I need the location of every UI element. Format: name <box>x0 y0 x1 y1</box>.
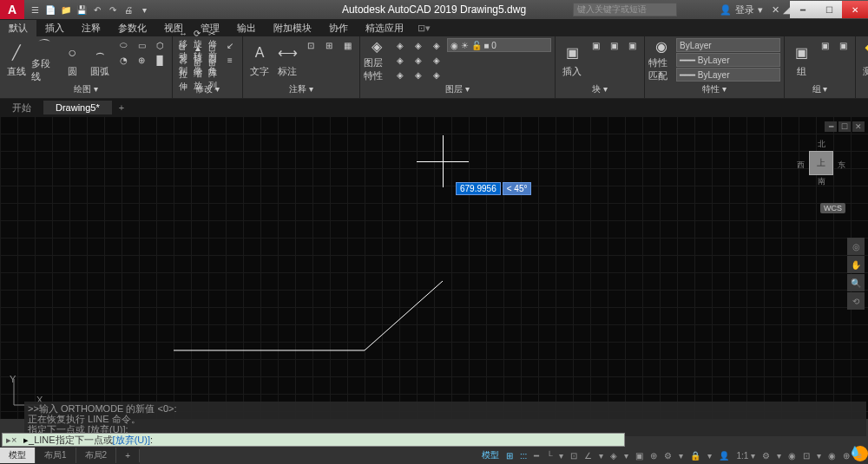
help-search-input[interactable]: 键入关键字或短语 <box>573 3 677 16</box>
ribbon-small-button[interactable]: ◈ <box>391 53 409 67</box>
property-combo[interactable]: ━━━ ByLayer <box>676 53 780 67</box>
panel-title[interactable]: 图层 ▾ <box>364 82 551 96</box>
ribbon-small-button[interactable]: ◈ <box>410 53 427 67</box>
status-toggle[interactable]: ▣ <box>633 449 646 462</box>
ribbon-small-button[interactable]: ⇔ 拉伸 <box>176 68 190 82</box>
status-toggle[interactable]: ⚙ <box>661 449 674 462</box>
viewcube-south[interactable]: 南 <box>818 176 825 187</box>
status-toggle[interactable]: ▾ <box>774 449 784 462</box>
status-toggle[interactable]: ⚙ <box>760 449 773 462</box>
command-line[interactable]: ▸× ▸_ LINE 指定下一点或 [放弃(U)] : <box>2 433 625 447</box>
ribbon-button[interactable]: ▣组 <box>788 38 814 82</box>
ribbon-small-button[interactable]: ≡ <box>221 53 239 67</box>
ribbon-button[interactable]: ⌒多段线 <box>31 38 57 82</box>
qat-redo-icon[interactable]: ↷ <box>106 3 120 16</box>
ribbon-small-button[interactable]: ▭ <box>133 38 150 52</box>
ribbon-button[interactable]: ○圆 <box>59 38 85 82</box>
ribbon-small-button[interactable]: ▣ <box>834 38 852 52</box>
start-tab[interactable]: 开始 <box>0 100 43 116</box>
ribbon-small-button[interactable]: ◈ <box>410 68 427 82</box>
nav-wheel-icon[interactable]: ◎ <box>847 238 865 255</box>
status-toggle[interactable]: 1:1 ▾ <box>733 449 758 462</box>
panel-title[interactable]: 特性 ▾ <box>648 82 780 96</box>
status-toggle[interactable]: ▾ <box>705 449 714 462</box>
panel-title[interactable]: 注释 ▾ <box>247 82 356 96</box>
property-combo[interactable]: ByLayer <box>676 38 780 52</box>
status-toggle[interactable]: ⊕ <box>648 449 660 462</box>
status-toggle[interactable]: ▾ <box>556 449 566 462</box>
status-toggle[interactable]: ◉ <box>786 449 799 462</box>
ribbon-button[interactable]: A文字 <box>247 38 273 82</box>
ribbon-small-button[interactable]: ◈ <box>428 53 445 67</box>
status-toggle[interactable]: ⊡ <box>800 449 812 462</box>
ribbon-small-button[interactable]: ◈ <box>428 38 445 52</box>
ribbon-button[interactable]: ⌢圆弧 <box>87 38 113 82</box>
panel-title[interactable]: 块 ▾ <box>559 82 641 96</box>
tab-collaborate[interactable]: 协作 <box>320 20 357 36</box>
app-logo[interactable]: A <box>0 0 24 19</box>
panel-title[interactable]: 绘图 ▾ <box>3 82 168 96</box>
tab-parametric[interactable]: 参数化 <box>109 20 155 36</box>
status-toggle[interactable]: ⊡ <box>568 449 580 462</box>
nav-pan-icon[interactable]: ✋ <box>847 256 865 273</box>
tab-featured[interactable]: 精选应用 <box>357 20 412 36</box>
layout2-tab[interactable]: 布局2 <box>76 448 117 463</box>
status-toggle[interactable]: ▾ <box>596 449 606 462</box>
tab-insert[interactable]: 插入 <box>36 20 73 36</box>
ribbon-small-button[interactable]: ▣ <box>623 38 641 52</box>
status-toggle[interactable]: ⊞ <box>503 449 516 462</box>
tab-default[interactable]: 默认 <box>0 20 36 36</box>
viewcube[interactable]: 上 北 南 东 西 <box>795 137 847 189</box>
exchange-icon[interactable]: ✕ <box>772 4 779 16</box>
ribbon-small-button[interactable]: ⊞ <box>320 38 338 52</box>
ribbon-small-button[interactable]: ⬭ <box>115 38 132 52</box>
ribbon-small-button[interactable]: █ <box>151 53 168 67</box>
nav-zoom-icon[interactable]: 🔍 <box>847 274 865 291</box>
status-toggle[interactable]: ◈ <box>608 449 620 462</box>
viewcube-east[interactable]: 东 <box>838 160 845 171</box>
ribbon-small-button[interactable]: ▣ <box>605 38 622 52</box>
ribbon-small-button[interactable]: ▣ <box>816 38 833 52</box>
ribbon-button[interactable]: ▣插入 <box>559 38 585 82</box>
qat-save-icon[interactable]: 💾 <box>75 3 89 16</box>
ribbon-small-button[interactable]: ◈ <box>391 68 409 82</box>
status-toggle[interactable]: 🔒 <box>687 449 703 462</box>
status-toggle[interactable]: 👤 <box>716 449 732 462</box>
layout1-tab[interactable]: 布局1 <box>36 448 76 463</box>
ribbon-small-button[interactable]: ◈ <box>428 68 445 82</box>
viewcube-north[interactable]: 北 <box>818 139 825 150</box>
model-tab[interactable]: 模型 <box>0 448 36 463</box>
panel-title[interactable]: 组 ▾ <box>788 82 852 96</box>
status-toggle[interactable]: 模型 <box>479 448 502 463</box>
status-toggle[interactable]: ▾ <box>814 449 824 462</box>
length-field[interactable]: 679.9956 <box>456 182 501 195</box>
cmdline-icon[interactable]: ▸× <box>6 435 23 446</box>
property-combo[interactable]: ━━━ ByLayer <box>676 68 780 82</box>
new-tab-button[interactable]: + <box>112 101 131 114</box>
ribbon-small-button[interactable]: ◈ <box>391 38 409 52</box>
qat-menu-icon[interactable]: ☰ <box>28 3 42 16</box>
qat-dropdown-icon[interactable]: ▾ <box>137 3 151 16</box>
ribbon-small-button[interactable]: ◔ <box>115 53 132 67</box>
status-toggle[interactable]: ::: <box>517 449 529 462</box>
wcs-badge[interactable]: WCS <box>820 203 845 213</box>
minimize-button[interactable]: ━ <box>790 1 816 18</box>
ribbon-button[interactable]: ⟷标注 <box>274 38 300 82</box>
nav-orbit-icon[interactable]: ⟲ <box>847 292 865 310</box>
layer-combo[interactable]: ◉ ☀ 🔓 ■ 0 <box>447 38 551 52</box>
viewcube-top[interactable]: 上 <box>809 151 833 175</box>
panel-title[interactable]: 实用工具 ▾ <box>859 82 868 96</box>
ribbon-small-button[interactable]: ▦ <box>339 38 356 52</box>
status-toggle[interactable]: ◉ <box>825 449 838 462</box>
cloud-icon[interactable]: ◢ <box>783 4 790 16</box>
ribbon-button[interactable]: ◈图层特性 <box>364 38 390 82</box>
qat-print-icon[interactable]: 🖨 <box>122 3 135 16</box>
tab-annotate[interactable]: 注释 <box>73 20 109 36</box>
viewcube-west[interactable]: 西 <box>797 160 805 171</box>
cmd-option[interactable]: [放弃(U)] <box>113 434 150 447</box>
status-toggle[interactable]: ▾ <box>676 449 686 462</box>
ribbon-button[interactable]: ◉特性匹配 <box>648 38 674 82</box>
tab-options-icon[interactable]: ⊡▾ <box>412 21 436 36</box>
qat-undo-icon[interactable]: ↶ <box>90 3 104 16</box>
angle-field[interactable]: < 45° <box>503 182 532 195</box>
